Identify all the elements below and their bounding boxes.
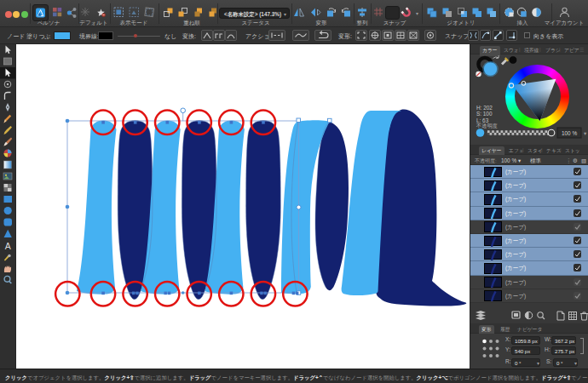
svg-text:▾: ▾ [584, 130, 587, 136]
svg-text:H: 202: H: 202 [476, 105, 493, 111]
svg-text:S: 100: S: 100 [476, 111, 493, 117]
svg-text:A: A [5, 241, 11, 251]
svg-text:100 %: 100 % [562, 130, 577, 136]
